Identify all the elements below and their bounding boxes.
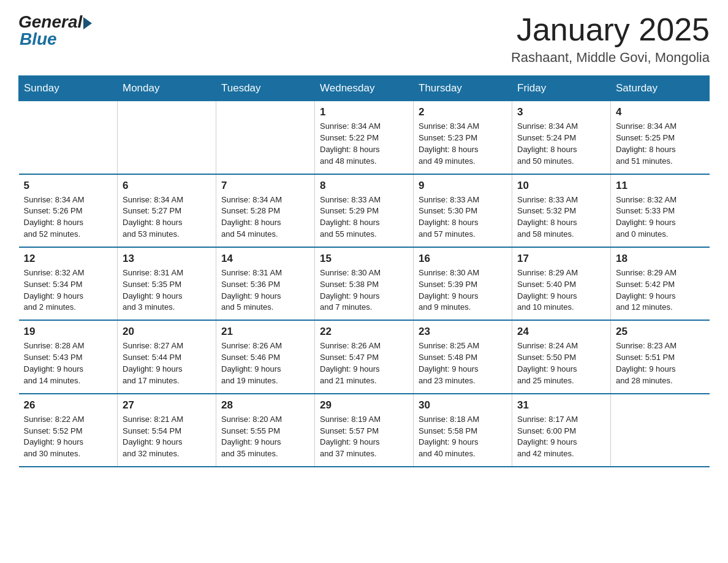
day-info: Sunrise: 8:27 AM Sunset: 5:44 PM Dayligh… [123, 340, 211, 386]
day-info: Sunrise: 8:24 AM Sunset: 5:50 PM Dayligh… [517, 340, 605, 386]
calendar-cell: 21Sunrise: 8:26 AM Sunset: 5:46 PM Dayli… [216, 320, 315, 393]
calendar-header-saturday: Saturday [611, 76, 710, 101]
day-info: Sunrise: 8:32 AM Sunset: 5:33 PM Dayligh… [616, 194, 705, 240]
day-info: Sunrise: 8:29 AM Sunset: 5:42 PM Dayligh… [616, 267, 705, 313]
day-info: Sunrise: 8:18 AM Sunset: 5:58 PM Dayligh… [419, 414, 507, 460]
day-info: Sunrise: 8:26 AM Sunset: 5:46 PM Dayligh… [221, 340, 309, 386]
day-info: Sunrise: 8:22 AM Sunset: 5:52 PM Dayligh… [24, 414, 113, 460]
calendar-cell: 6Sunrise: 8:34 AM Sunset: 5:27 PM Daylig… [118, 174, 216, 247]
calendar-cell: 7Sunrise: 8:34 AM Sunset: 5:28 PM Daylig… [216, 174, 315, 247]
day-info: Sunrise: 8:34 AM Sunset: 5:27 PM Dayligh… [123, 194, 211, 240]
day-number: 23 [419, 326, 507, 338]
day-number: 15 [320, 253, 408, 265]
calendar-cell: 1Sunrise: 8:34 AM Sunset: 5:22 PM Daylig… [315, 101, 414, 174]
calendar-cell [118, 101, 216, 174]
calendar-cell: 16Sunrise: 8:30 AM Sunset: 5:39 PM Dayli… [414, 247, 512, 320]
calendar-cell: 11Sunrise: 8:32 AM Sunset: 5:33 PM Dayli… [611, 174, 710, 247]
calendar-cell: 14Sunrise: 8:31 AM Sunset: 5:36 PM Dayli… [216, 247, 315, 320]
calendar-cell [611, 394, 710, 467]
calendar-cell [19, 101, 118, 174]
day-info: Sunrise: 8:34 AM Sunset: 5:24 PM Dayligh… [517, 121, 605, 167]
day-number: 10 [517, 180, 605, 192]
month-title: January 2025 [511, 12, 710, 47]
day-number: 22 [320, 326, 408, 338]
day-number: 17 [517, 253, 605, 265]
calendar-cell: 22Sunrise: 8:26 AM Sunset: 5:47 PM Dayli… [315, 320, 414, 393]
logo-arrow-icon [83, 17, 92, 29]
day-number: 13 [123, 253, 211, 265]
calendar-header-friday: Friday [512, 76, 611, 101]
calendar-week-row: 19Sunrise: 8:28 AM Sunset: 5:43 PM Dayli… [19, 320, 710, 393]
day-info: Sunrise: 8:23 AM Sunset: 5:51 PM Dayligh… [616, 340, 705, 386]
calendar-week-row: 12Sunrise: 8:32 AM Sunset: 5:34 PM Dayli… [19, 247, 710, 320]
day-info: Sunrise: 8:34 AM Sunset: 5:28 PM Dayligh… [221, 194, 309, 240]
day-info: Sunrise: 8:34 AM Sunset: 5:22 PM Dayligh… [320, 121, 408, 167]
calendar-header-tuesday: Tuesday [216, 76, 315, 101]
calendar-week-row: 1Sunrise: 8:34 AM Sunset: 5:22 PM Daylig… [19, 101, 710, 174]
day-info: Sunrise: 8:31 AM Sunset: 5:35 PM Dayligh… [123, 267, 211, 313]
day-info: Sunrise: 8:29 AM Sunset: 5:40 PM Dayligh… [517, 267, 605, 313]
day-info: Sunrise: 8:33 AM Sunset: 5:30 PM Dayligh… [419, 194, 507, 240]
day-number: 11 [616, 180, 705, 192]
calendar-cell: 3Sunrise: 8:34 AM Sunset: 5:24 PM Daylig… [512, 101, 611, 174]
day-info: Sunrise: 8:20 AM Sunset: 5:55 PM Dayligh… [221, 414, 309, 460]
day-info: Sunrise: 8:34 AM Sunset: 5:26 PM Dayligh… [24, 194, 113, 240]
day-info: Sunrise: 8:34 AM Sunset: 5:23 PM Dayligh… [419, 121, 507, 167]
calendar-header-sunday: Sunday [19, 76, 118, 101]
day-number: 18 [616, 253, 705, 265]
day-number: 19 [24, 326, 113, 338]
day-number: 12 [24, 253, 113, 265]
day-info: Sunrise: 8:33 AM Sunset: 5:29 PM Dayligh… [320, 194, 408, 240]
day-number: 6 [123, 180, 211, 192]
logo: General Blue [18, 12, 92, 49]
day-info: Sunrise: 8:17 AM Sunset: 6:00 PM Dayligh… [517, 414, 605, 460]
day-info: Sunrise: 8:21 AM Sunset: 5:54 PM Dayligh… [123, 414, 211, 460]
day-number: 29 [320, 399, 408, 412]
calendar-week-row: 5Sunrise: 8:34 AM Sunset: 5:26 PM Daylig… [19, 174, 710, 247]
day-number: 20 [123, 326, 211, 338]
calendar-cell: 29Sunrise: 8:19 AM Sunset: 5:57 PM Dayli… [315, 394, 414, 467]
calendar-cell: 5Sunrise: 8:34 AM Sunset: 5:26 PM Daylig… [19, 174, 118, 247]
location-subtitle: Rashaant, Middle Govi, Mongolia [511, 50, 710, 66]
calendar-header-monday: Monday [118, 76, 216, 101]
calendar-cell: 12Sunrise: 8:32 AM Sunset: 5:34 PM Dayli… [19, 247, 118, 320]
calendar-header-thursday: Thursday [414, 76, 512, 101]
day-number: 31 [517, 399, 605, 412]
calendar-cell: 20Sunrise: 8:27 AM Sunset: 5:44 PM Dayli… [118, 320, 216, 393]
calendar-cell: 17Sunrise: 8:29 AM Sunset: 5:40 PM Dayli… [512, 247, 611, 320]
calendar-cell: 23Sunrise: 8:25 AM Sunset: 5:48 PM Dayli… [414, 320, 512, 393]
calendar-cell: 24Sunrise: 8:24 AM Sunset: 5:50 PM Dayli… [512, 320, 611, 393]
day-info: Sunrise: 8:26 AM Sunset: 5:47 PM Dayligh… [320, 340, 408, 386]
calendar-cell: 26Sunrise: 8:22 AM Sunset: 5:52 PM Dayli… [19, 394, 118, 467]
day-number: 7 [221, 180, 309, 192]
day-number: 5 [24, 180, 113, 192]
calendar-cell: 13Sunrise: 8:31 AM Sunset: 5:35 PM Dayli… [118, 247, 216, 320]
title-block: January 2025 Rashaant, Middle Govi, Mong… [511, 12, 710, 66]
calendar-cell: 8Sunrise: 8:33 AM Sunset: 5:29 PM Daylig… [315, 174, 414, 247]
day-number: 30 [419, 399, 507, 412]
day-info: Sunrise: 8:32 AM Sunset: 5:34 PM Dayligh… [24, 267, 113, 313]
calendar-cell: 10Sunrise: 8:33 AM Sunset: 5:32 PM Dayli… [512, 174, 611, 247]
day-number: 28 [221, 399, 309, 412]
calendar-table: SundayMondayTuesdayWednesdayThursdayFrid… [18, 75, 710, 467]
calendar-cell: 18Sunrise: 8:29 AM Sunset: 5:42 PM Dayli… [611, 247, 710, 320]
calendar-cell: 9Sunrise: 8:33 AM Sunset: 5:30 PM Daylig… [414, 174, 512, 247]
day-number: 8 [320, 180, 408, 192]
calendar-cell: 4Sunrise: 8:34 AM Sunset: 5:25 PM Daylig… [611, 101, 710, 174]
calendar-header-row: SundayMondayTuesdayWednesdayThursdayFrid… [19, 76, 710, 101]
day-number: 1 [320, 106, 408, 118]
day-info: Sunrise: 8:34 AM Sunset: 5:25 PM Dayligh… [616, 121, 705, 167]
calendar-cell: 27Sunrise: 8:21 AM Sunset: 5:54 PM Dayli… [118, 394, 216, 467]
day-number: 14 [221, 253, 309, 265]
day-info: Sunrise: 8:30 AM Sunset: 5:39 PM Dayligh… [419, 267, 507, 313]
day-number: 21 [221, 326, 309, 338]
day-number: 27 [123, 399, 211, 412]
calendar-cell: 25Sunrise: 8:23 AM Sunset: 5:51 PM Dayli… [611, 320, 710, 393]
day-info: Sunrise: 8:31 AM Sunset: 5:36 PM Dayligh… [221, 267, 309, 313]
day-number: 25 [616, 326, 705, 338]
day-info: Sunrise: 8:25 AM Sunset: 5:48 PM Dayligh… [419, 340, 507, 386]
calendar-cell: 19Sunrise: 8:28 AM Sunset: 5:43 PM Dayli… [19, 320, 118, 393]
calendar-cell: 28Sunrise: 8:20 AM Sunset: 5:55 PM Dayli… [216, 394, 315, 467]
day-number: 26 [24, 399, 113, 412]
day-number: 4 [616, 106, 705, 118]
